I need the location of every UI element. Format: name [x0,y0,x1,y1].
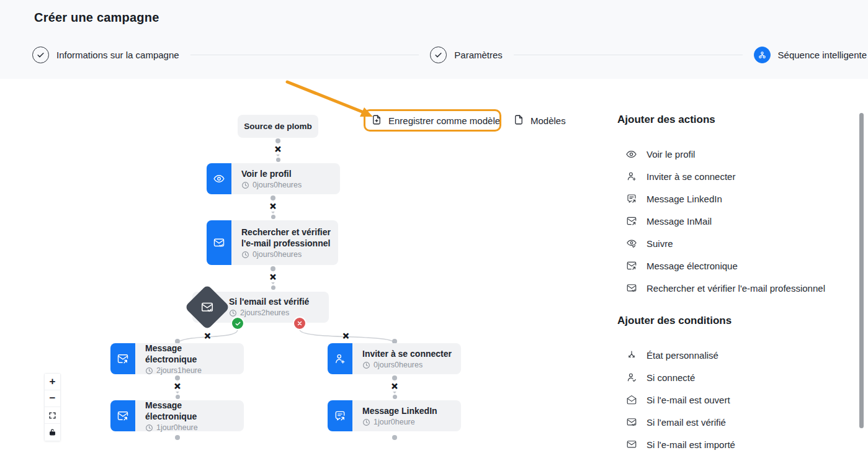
page-title: Créer une campagne [34,11,159,25]
remove-edge-icon[interactable] [204,332,211,340]
edge-connector [268,195,278,219]
envelope-check-icon [625,416,637,428]
clock-icon [145,367,153,375]
envelope-check-icon [625,282,637,294]
remove-edge-icon[interactable] [342,332,349,340]
action-item-label: Inviter à se connecter [647,171,735,182]
envelope-open-icon [625,394,637,405]
node-delay: 0jours0heures [362,361,452,369]
clock-icon [241,181,249,189]
envelope-arrow-icon [110,400,135,431]
edge-dot [271,195,275,200]
check-circle-icon [430,47,447,63]
condition-item-email-imported[interactable]: Si l'e-mail est importé [625,437,735,452]
edge-dot [176,395,180,399]
save-as-template-button[interactable]: Enregistrer comme modèle [371,110,500,130]
sequence-canvas[interactable]: Enregistrer comme modèle Modèles Source … [0,79,868,458]
node-title: Message LinkedIn [362,405,437,416]
node-find-verify-email[interactable]: Rechercher et vérifier l'e-mail professi… [207,220,338,265]
envelope-icon [625,439,637,450]
lock-button[interactable] [45,424,60,441]
action-item-invite-connect[interactable]: Inviter à se connecter [625,169,735,184]
condition-item-custom-state[interactable]: État personnalisé [625,348,718,362]
stepper-connector [190,55,419,55]
action-item-email-message[interactable]: Message électronique [625,258,738,273]
stepper-connector [514,55,743,55]
step-label: Informations sur la campagne [56,50,179,60]
node-email-message-1[interactable]: Message électronique 2jours1heure [110,343,244,374]
remove-edge-icon[interactable] [270,202,277,211]
save-as-template-label: Enregistrer comme modèle [388,115,500,126]
node-delay: 1jour0heure [362,418,437,426]
step-label: Séquence intelligente [778,50,867,60]
plus-icon [50,375,56,388]
edge-dot [275,138,280,143]
envelope-arrow-icon [625,215,637,227]
condition-no-badge[interactable] [293,317,306,330]
remove-edge-icon[interactable] [275,145,282,154]
vertical-scrollbar[interactable] [859,113,864,428]
node-lead-source[interactable]: Source de plomb [238,115,318,138]
eye-check-icon [625,238,637,249]
condition-item-label: Si connecté [647,372,695,383]
wizard-stepper: Informations sur la campagne Paramètres … [32,45,867,65]
node-delay: 0jours0heures [241,250,336,259]
action-item-label: Message LinkedIn [647,194,722,204]
clock-icon [241,251,249,259]
node-invite-connect[interactable]: Inviter à se connecter 0jours0heures [328,343,461,374]
node-email-message-2[interactable]: Message électronique 1jour0heure [110,400,244,431]
remove-edge-icon[interactable] [174,382,181,391]
condition-item-email-verified[interactable]: Si l'email est vérifié [625,415,726,429]
node-view-profile[interactable]: Voir le profil 0jours0heures [207,163,340,194]
eye-icon [625,148,637,160]
edge-connector [172,375,182,399]
actions-section-title: Ajouter des actions [617,114,715,126]
envelope-check-icon [207,220,231,265]
unlock-icon [48,428,56,436]
node-delay: 2jours1heure [145,366,235,375]
action-item-view-profile[interactable]: Voir le profil [625,146,695,161]
step-parameters[interactable]: Paramètres [430,47,503,63]
fit-view-button[interactable] [45,407,60,424]
node-delay: 1jour0heure [145,423,235,432]
condition-yes-badge[interactable] [231,317,244,330]
envelope-arrow-icon [110,343,135,374]
action-item-find-verify-email[interactable]: Rechercher et vérifier l'e-mail professi… [625,281,825,295]
edge-connector [273,138,283,162]
step-smart-sequence[interactable]: Séquence intelligente [754,47,867,63]
action-item-label: Message InMail [647,216,712,227]
zoom-out-button[interactable] [45,390,60,407]
node-title: Inviter à se connecter [362,348,452,359]
envelope-arrow-icon [625,260,637,271]
clock-icon [362,418,370,426]
step-campaign-info[interactable]: Informations sur la campagne [32,47,179,63]
action-item-label: Voir le profil [647,149,695,159]
node-delay: 0jours0heures [241,181,302,189]
action-item-inmail-message[interactable]: Message InMail [625,213,712,228]
node-title: Rechercher et vérifier l'e-mail professi… [241,227,336,249]
canvas-controls [44,373,61,441]
node-title: Message électronique [145,400,235,422]
zoom-in-button[interactable] [45,374,60,390]
remove-edge-icon[interactable] [391,382,398,391]
check-circle-icon [32,47,49,63]
action-item-linkedin-message[interactable]: Message LinkedIn [625,191,722,206]
edge-dot [271,266,275,271]
clock-icon [229,309,237,317]
chat-arrow-icon [328,400,352,431]
person-plus-icon [625,171,637,182]
node-title: Si l'email est vérifié [229,296,309,307]
eye-icon [207,163,231,194]
condition-item-email-opened[interactable]: Si l'e-mail est ouvert [625,392,730,407]
edge-dot [392,375,397,380]
edge-dot [271,285,275,290]
condition-item-if-connected[interactable]: Si connecté [625,370,695,385]
conditions-section-title: Ajouter des conditions [617,315,732,327]
node-linkedin-message[interactable]: Message LinkedIn 1jour0heure [328,400,461,431]
remove-edge-icon[interactable] [270,272,277,282]
condition-item-label: Si l'e-mail est importé [647,439,735,450]
edge-dot [175,375,180,380]
action-item-follow[interactable]: Suivre [625,236,673,251]
edge-dot [271,215,275,219]
templates-button[interactable]: Modèles [513,110,566,130]
